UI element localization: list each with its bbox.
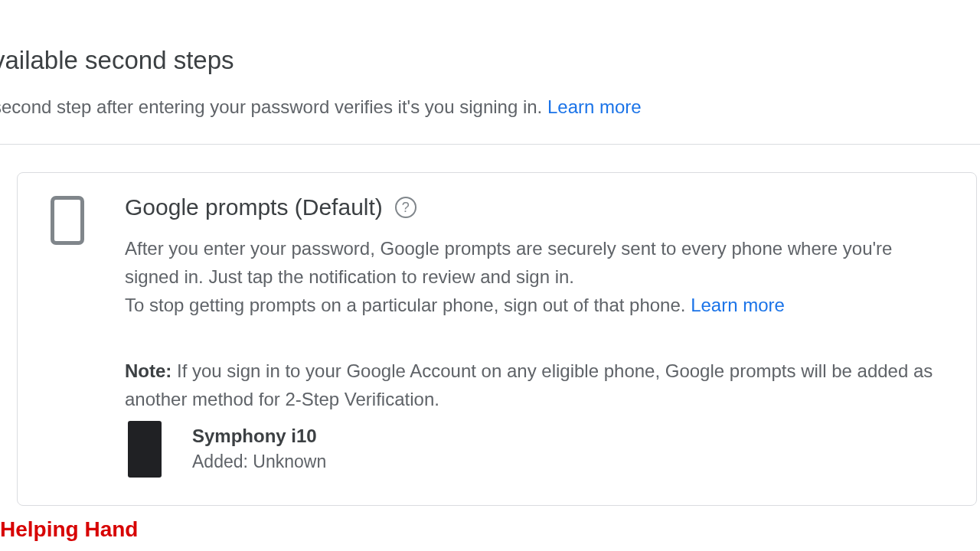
card-title: Google prompts (Default) xyxy=(125,194,383,220)
section-header: vailable second steps second step after … xyxy=(0,0,980,145)
device-thumbnail-icon xyxy=(128,421,162,478)
help-icon[interactable]: ? xyxy=(395,197,416,218)
card-description-2-text: To stop getting prompts on a particular … xyxy=(125,295,691,315)
learn-more-link[interactable]: Learn more xyxy=(547,96,642,117)
device-name: Symphony i10 xyxy=(192,425,326,447)
card-description-1: After you enter your password, Google pr… xyxy=(125,234,946,291)
device-added: Added: Unknown xyxy=(192,452,326,472)
card-description-2: To stop getting prompts on a particular … xyxy=(125,291,946,319)
card-learn-more-link[interactable]: Learn more xyxy=(691,295,785,315)
section-title: vailable second steps xyxy=(0,46,980,75)
phone-outline-icon xyxy=(48,196,87,245)
note-label: Note: xyxy=(125,360,172,381)
device-row: Symphony i10 Added: Unknown xyxy=(128,421,946,478)
section-subtext-text: second step after entering your password… xyxy=(0,96,547,117)
watermark-text: Helping Hand xyxy=(0,517,138,542)
note-text: If you sign in to your Google Account on… xyxy=(125,360,933,409)
card-note: Note: If you sign in to your Google Acco… xyxy=(125,357,946,413)
google-prompts-card: Google prompts (Default) ? After you ent… xyxy=(17,172,977,506)
section-subtext: second step after entering your password… xyxy=(0,93,980,121)
